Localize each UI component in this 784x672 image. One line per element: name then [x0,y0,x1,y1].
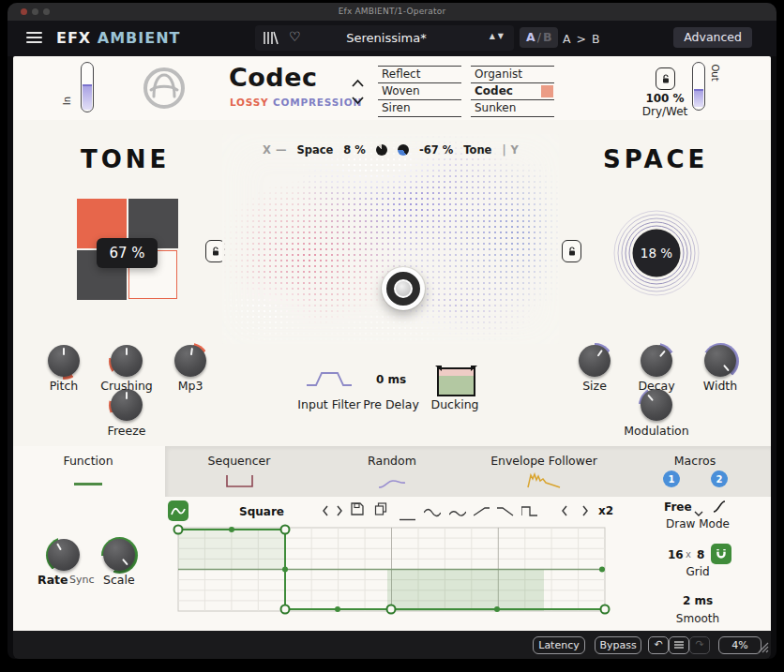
resize-handle-icon[interactable] [757,639,769,657]
preset-prev-next-icons[interactable]: ▲▼ [490,32,506,40]
preset-up-icon[interactable] [351,74,365,92]
output-meter [692,62,705,111]
mp3-knob[interactable] [174,345,206,377]
modulation-knob[interactable] [641,389,672,421]
freeze-label: Freeze [80,424,173,438]
rate-label[interactable]: Rate [38,573,68,587]
undo-icon[interactable]: ↶ [648,636,669,654]
cpu-meter-button[interactable]: 4% [718,636,761,654]
macro-2-button[interactable]: 2 [711,470,728,487]
y-axis-line-icon: | [502,143,505,157]
pre-delay-value[interactable]: 0 ms [358,373,424,386]
shape-line-icon[interactable] [400,507,415,525]
drywet-value[interactable]: 100 % [632,92,698,105]
bypass-button[interactable]: Bypass [595,636,641,654]
function-grid-editor[interactable] [178,528,605,611]
tone-value-tooltip: 67 % [97,238,158,268]
phase-next-icon[interactable] [581,502,589,520]
sequencer-wave-icon [226,473,254,492]
space-knob[interactable]: 18 % [610,206,703,300]
space-lock-button[interactable] [562,240,581,262]
ducking-label: Ducking [408,397,502,411]
advanced-button[interactable]: Advanced [673,27,752,48]
rate-knob[interactable] [48,539,80,571]
draw-mode-label: Draw Mode [651,517,745,530]
preset-browser-bar[interactable]: ♡ Serenissima* ▲▼ [255,25,514,51]
tone-title: TONE [81,145,170,173]
y-amount-pie-icon [398,144,409,156]
function-editor: Square x2 Free Draw Mode 16 x [13,497,771,631]
input-meter [81,62,94,112]
save-icon[interactable] [351,501,364,519]
size-knob[interactable] [579,345,611,377]
macro-1-button[interactable]: 1 [663,470,680,487]
plugin-window: Efx AMBIENT/1-Operator EFX AMBIENT ♡ Ser… [8,3,776,659]
shape-ramp-down-icon[interactable] [497,502,514,520]
bottom-toolbar: Latency Bypass ↶ ↷ 4% [13,631,771,659]
tab-random[interactable]: Random [326,454,458,468]
ducking-icon[interactable] [437,367,475,396]
preset-item[interactable]: Siren [378,100,461,117]
drywet-label: Dry/Wet [632,105,698,118]
ab-copy-button[interactable]: A > B [563,32,601,46]
latency-button[interactable]: Latency [533,636,585,654]
history-list-icon[interactable] [669,636,689,654]
grid-columns-value[interactable]: 16 [668,548,684,561]
space-value: 18 % [610,206,703,300]
scale-knob[interactable] [103,539,135,571]
grid-rows-value[interactable]: 8 [697,548,704,561]
xy-pad-puck[interactable] [382,267,425,310]
draw-mode-value[interactable]: Free [664,500,692,514]
preset-item[interactable]: Reflect [378,67,461,83]
preset-name[interactable]: Serenissima* [311,31,461,45]
phase-prev-icon[interactable] [561,502,568,520]
shape-ramp-up-icon[interactable] [474,502,490,520]
crushing-knob[interactable] [111,345,143,377]
preset-item-selected[interactable]: Codec [471,83,554,100]
preset-down-icon[interactable] [351,91,365,109]
drywet-lock-button[interactable] [656,67,675,90]
input-filter-icon[interactable] [306,371,353,391]
curve-mode-icon[interactable] [713,499,726,516]
tab-envelope-follower[interactable]: Envelope Follower [478,454,610,468]
tab-sequencer[interactable]: Sequencer [173,454,305,468]
xy-pad[interactable]: X — Space 8 % -67 % Tone | Y [222,134,559,344]
library-icon[interactable] [263,31,279,49]
tab-macros[interactable]: Macros [629,454,761,468]
y-param-value: -67 % [419,143,453,157]
tab-function[interactable]: Function [23,454,154,468]
preset-item[interactable]: Organist [471,67,554,83]
x-axis-line-icon: — [276,143,287,157]
snap-magnet-toggle[interactable] [711,544,731,564]
width-knob[interactable] [704,345,736,377]
freeze-knob[interactable] [111,389,143,421]
shape-sine-icon[interactable] [424,503,441,521]
preset-strip: In Codec LOSSY COMPRESSION [13,56,771,122]
decay-knob[interactable] [641,345,672,377]
preset-list-left: Reflect Woven Siren [378,66,461,117]
shape-square-icon[interactable] [521,502,538,520]
ab-toggle[interactable]: A/B [520,27,558,48]
smooth-label: Smooth [651,612,745,625]
smooth-value[interactable]: 2 ms [651,594,745,607]
rate-multiplier[interactable]: x2 [598,504,613,517]
mp3-label: Mp3 [143,379,237,393]
function-enable-toggle[interactable] [168,500,188,521]
sync-label[interactable]: Sync [69,574,95,586]
favorite-heart-icon[interactable]: ♡ [289,29,301,44]
main-menu-icon[interactable] [26,32,42,44]
function-line-icon [74,483,102,485]
preset-list-right: Organist Codec Sunken [471,66,554,117]
preset-item[interactable]: Sunken [471,100,554,117]
pitch-knob[interactable] [48,345,80,377]
shape-name[interactable]: Square [227,505,296,518]
shape-next-icon[interactable] [336,502,343,520]
copy-icon[interactable] [374,501,387,519]
preset-item[interactable]: Woven [378,83,461,100]
window-title: Efx AMBIENT/1-Operator [8,7,776,16]
app-title: EFX AMBIENT [56,29,180,47]
redo-icon[interactable]: ↷ [689,636,710,654]
space-title: SPACE [603,145,708,173]
shape-wave-icon[interactable] [449,503,466,521]
shape-prev-icon[interactable] [322,502,329,520]
